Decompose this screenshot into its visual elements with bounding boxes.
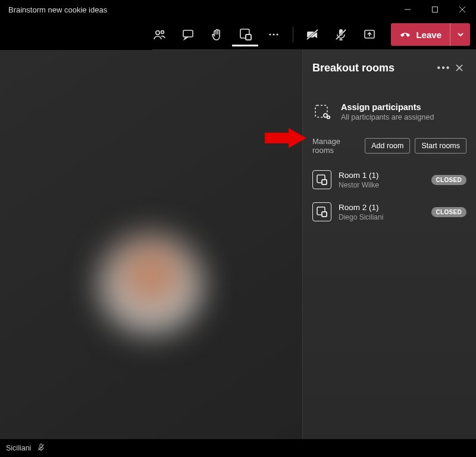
svg-rect-28: [322, 180, 327, 184]
active-speaker-name: Siciliani: [6, 444, 31, 452]
assign-participants-button[interactable]: Assign participants All participants are…: [312, 102, 466, 123]
meeting-stage: [0, 50, 302, 439]
microphone-off-icon[interactable]: [328, 23, 354, 46]
start-rooms-button[interactable]: Start rooms: [415, 138, 466, 154]
room-icon: [312, 202, 331, 221]
assign-title: Assign participants: [341, 102, 434, 112]
window-close-button[interactable]: [449, 0, 476, 19]
breakout-rooms-icon[interactable]: [232, 23, 258, 46]
panel-title: Breakout rooms: [312, 62, 436, 74]
room-name: Room 1 (1): [339, 171, 424, 180]
room-name: Room 2 (1): [339, 203, 424, 212]
chat-icon[interactable]: [175, 23, 201, 46]
manage-rooms-label: Manage rooms: [312, 137, 360, 155]
panel-close-button[interactable]: [452, 61, 466, 75]
people-icon[interactable]: [146, 23, 173, 46]
room-status-badge: CLOSED: [431, 175, 466, 185]
svg-point-10: [270, 33, 271, 35]
meeting-toolbar: Leave: [0, 19, 476, 50]
assign-participants-icon: [312, 102, 333, 123]
window-minimize-button[interactable]: [394, 0, 421, 19]
room-participant: Nestor Wilke: [339, 181, 424, 189]
svg-point-4: [156, 31, 159, 35]
raise-hand-icon[interactable]: [203, 23, 230, 46]
assign-subtitle: All participants are assigned: [341, 113, 434, 121]
add-room-button[interactable]: Add room: [365, 138, 410, 154]
svg-point-5: [161, 31, 164, 34]
share-screen-icon[interactable]: [356, 23, 383, 46]
svg-rect-1: [433, 7, 438, 12]
toolbar-separator: [293, 27, 293, 42]
room-participant: Diego Siciliani: [339, 213, 424, 221]
hang-up-icon: [399, 30, 411, 40]
svg-rect-31: [322, 212, 327, 217]
room-row[interactable]: Room 1 (1) Nestor Wilke CLOSED: [312, 165, 466, 198]
svg-rect-6: [183, 30, 193, 37]
participant-avatar: [101, 234, 202, 336]
room-icon: [312, 170, 331, 189]
room-row[interactable]: Room 2 (1) Diego Siciliani CLOSED: [312, 198, 466, 230]
content-area: Breakout rooms ••• Assign participants A…: [0, 50, 476, 439]
window-maximize-button[interactable]: [421, 0, 449, 19]
window-title: Brainstorm new cookie ideas: [8, 5, 107, 14]
svg-point-11: [273, 33, 275, 35]
camera-off-icon[interactable]: [299, 23, 325, 46]
panel-more-button[interactable]: •••: [436, 62, 452, 73]
room-status-badge: CLOSED: [431, 207, 466, 217]
svg-rect-8: [246, 35, 251, 40]
breakout-rooms-panel: Breakout rooms ••• Assign participants A…: [302, 50, 476, 439]
title-bar: Brainstorm new cookie ideas: [0, 0, 476, 19]
leave-button[interactable]: Leave: [391, 23, 470, 46]
leave-label: Leave: [416, 30, 441, 40]
more-actions-icon[interactable]: [261, 23, 287, 46]
svg-point-12: [277, 33, 278, 35]
status-bar: Siciliani: [0, 439, 476, 457]
leave-options-button[interactable]: [450, 23, 470, 46]
mic-muted-icon: [37, 443, 45, 453]
